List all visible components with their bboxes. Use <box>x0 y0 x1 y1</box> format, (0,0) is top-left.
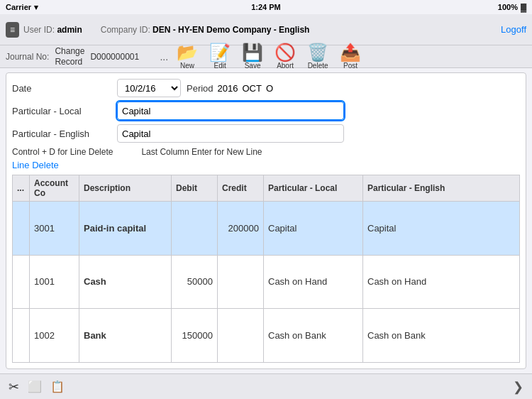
particular-local-label: Particular - Local <box>12 106 111 116</box>
clipboard-icon[interactable]: 📋 <box>50 380 65 393</box>
date-period-row: Date 10/2/16 Period 2016 OCT O <box>12 79 520 97</box>
more-options-button[interactable]: ... <box>160 51 168 62</box>
period-year: 2016 <box>218 83 238 94</box>
period-status: O <box>266 83 273 94</box>
second-toolbar: Journal No: Change Record D000000001 ...… <box>0 45 532 68</box>
new-icon: 📂 <box>177 44 198 61</box>
save-label: Save <box>245 62 261 70</box>
delete-icon: 🗑️ <box>307 44 328 61</box>
scissors-icon[interactable]: ✂ <box>9 379 19 395</box>
edit-icon: 📝 <box>209 44 231 61</box>
hint-control-d: Control + D for Line Delete <box>12 147 113 157</box>
particular-english-input[interactable] <box>117 124 344 143</box>
status-time: 1:24 PM <box>251 3 281 11</box>
col-header-description: Description <box>79 175 172 202</box>
period-label: Period <box>187 83 214 94</box>
status-left: Carrier ▾ <box>6 3 38 12</box>
company-info: Company ID: DEN - HY-EN Demo Company - E… <box>101 25 310 35</box>
table-row[interactable]: 3001Paid-in capital200000CapitalCapital <box>13 202 520 256</box>
particular-english-row: Particular - English <box>12 124 520 143</box>
status-bar: Carrier ▾ 1:24 PM 100% ▓ <box>0 0 532 14</box>
col-header-part-english: Particular - English <box>363 175 520 202</box>
main-area: ≡ User ID: admin Company ID: DEN - HY-EN… <box>0 14 532 399</box>
new-button[interactable]: 📂 New <box>174 43 201 71</box>
post-label: Post <box>343 62 358 70</box>
user-info: User ID: admin <box>23 25 82 35</box>
col-header-credit: Credit <box>218 175 264 202</box>
toolbar-left: ≡ User ID: admin Company ID: DEN - HY-EN… <box>6 22 491 38</box>
col-header-part-local: Particular - Local <box>264 175 363 202</box>
abort-label: Abort <box>277 62 294 70</box>
company-id-value: DEN - HY-EN Demo Company - English <box>153 25 309 35</box>
bottom-icons: ✂ ⬜ 📋 <box>9 379 65 395</box>
copy-icon[interactable]: ⬜ <box>28 380 42 393</box>
edit-button[interactable]: 📝 Edit <box>206 43 233 71</box>
delete-button[interactable]: 🗑️ Delete <box>304 43 331 71</box>
form-area: Date 10/2/16 Period 2016 OCT O Particula… <box>6 72 526 369</box>
particular-local-input[interactable] <box>117 102 344 120</box>
journal-table: ... Account Co Description Debit Credit … <box>12 175 520 363</box>
battery-label: 100% <box>498 3 518 11</box>
table-row[interactable]: 1001Cash50000Cash on HandCash on Hand <box>13 255 520 309</box>
abort-icon: 🚫 <box>275 44 296 61</box>
user-id-label: User ID: <box>23 25 55 35</box>
save-icon: 💾 <box>242 44 263 61</box>
col-header-debit: Debit <box>172 175 218 202</box>
journal-number: D000000001 <box>90 52 154 62</box>
col-header-account: Account Co <box>30 175 79 202</box>
bottom-bar: ✂ ⬜ 📋 ❯ <box>0 373 532 399</box>
change-record-button[interactable]: Change Record <box>55 46 84 67</box>
table-body: 3001Paid-in capital200000CapitalCapital1… <box>13 202 520 363</box>
date-label: Date <box>12 83 111 94</box>
chevron-right-icon[interactable]: ❯ <box>513 379 523 395</box>
edit-label: Edit <box>214 62 226 70</box>
hint-new-line: Last Column Enter for New Line <box>141 147 262 157</box>
table-row[interactable]: 1002Bank150000Cash on BankCash on Bank <box>13 309 520 363</box>
logoff-button[interactable]: Logoff <box>501 24 526 35</box>
carrier-label: Carrier <box>6 3 31 11</box>
date-input[interactable]: 10/2/16 <box>117 79 181 97</box>
new-label: New <box>180 62 194 70</box>
company-id-label: Company ID: <box>101 25 150 35</box>
post-button[interactable]: 📤 Post <box>337 43 364 71</box>
col-header-dots: ... <box>13 175 30 202</box>
menu-button[interactable]: ≡ <box>6 22 19 38</box>
user-id-value: admin <box>57 25 82 35</box>
journal-label: Journal No: <box>6 52 49 62</box>
abort-button[interactable]: 🚫 Abort <box>272 43 299 71</box>
save-button[interactable]: 💾 Save <box>239 43 266 71</box>
table-header: ... Account Co Description Debit Credit … <box>13 175 520 202</box>
battery-icon: ▓ <box>521 3 526 11</box>
hint-row: Control + D for Line Delete Last Column … <box>12 147 520 157</box>
post-icon: 📤 <box>340 44 361 61</box>
wifi-icon: ▾ <box>34 3 38 12</box>
top-toolbar: ≡ User ID: admin Company ID: DEN - HY-EN… <box>0 14 532 45</box>
particular-local-row: Particular - Local <box>12 102 520 120</box>
particular-english-label: Particular - English <box>12 129 111 139</box>
period-section: Period 2016 OCT O <box>187 83 273 94</box>
status-right: 100% ▓ <box>498 3 526 11</box>
delete-label: Delete <box>308 62 328 70</box>
period-month: OCT <box>243 83 262 94</box>
line-delete-link[interactable]: Line Delete <box>12 160 520 170</box>
